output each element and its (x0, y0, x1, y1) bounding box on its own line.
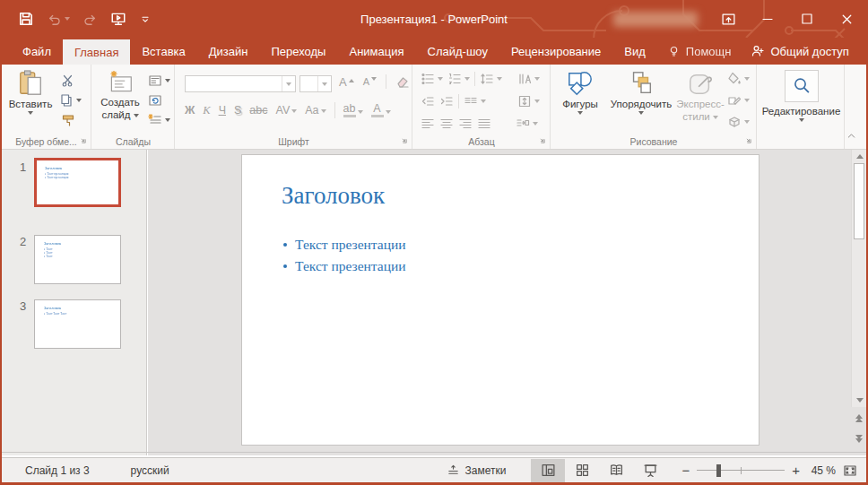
tab-design[interactable]: Дизайн (197, 38, 260, 65)
previous-slide-button[interactable] (851, 414, 866, 422)
bullets-button[interactable] (421, 72, 443, 86)
align-center-button[interactable] (439, 117, 454, 131)
font-color-button[interactable]: А (371, 103, 391, 118)
bold-button[interactable]: Ж (185, 104, 195, 117)
redo-icon[interactable] (82, 12, 98, 27)
collapse-ribbon-icon[interactable] (846, 130, 857, 142)
vertical-scrollbar[interactable] (851, 150, 866, 407)
slide-title[interactable]: Заголовок (282, 182, 385, 210)
slideshow-view-button[interactable] (633, 459, 667, 482)
zoom-slider[interactable] (697, 464, 785, 477)
slide-bullet: Текст презентации (283, 234, 406, 255)
tab-home[interactable]: Главная (63, 39, 130, 65)
language-indicator[interactable]: русский (131, 464, 169, 477)
shrink-font-button[interactable]: А (363, 76, 377, 87)
paragraph-dialog-launcher-icon[interactable] (538, 136, 547, 145)
slide-position-indicator[interactable]: Слайд 1 из 3 (25, 464, 90, 477)
save-icon[interactable] (18, 11, 34, 27)
quick-styles-button[interactable]: Экспресс- стили (675, 70, 725, 124)
thumbnail-number-2: 2 (20, 235, 26, 248)
columns-button[interactable] (464, 94, 486, 108)
align-left-button[interactable] (421, 117, 435, 131)
shape-effects-button[interactable] (727, 115, 750, 129)
grow-font-button[interactable]: А (339, 75, 354, 89)
comments-button[interactable] (859, 38, 868, 65)
shapes-button[interactable]: Фигуры (557, 70, 603, 115)
slide-thumbnail-2[interactable]: Заголовок Текст Текст Текст (34, 235, 121, 284)
tab-slideshow[interactable]: Слайд-шоу (416, 38, 499, 65)
clear-formatting-button[interactable] (395, 74, 410, 89)
strikethrough-button[interactable]: abc (249, 104, 267, 117)
editing-label-block[interactable]: Редактирование (758, 106, 845, 122)
tab-file[interactable]: Файл (11, 38, 63, 65)
font-dialog-launcher-icon[interactable] (400, 136, 409, 145)
tab-view[interactable]: Вид (612, 38, 657, 65)
slide-layout-button[interactable] (148, 74, 170, 88)
numbering-button[interactable] (447, 72, 470, 86)
convert-smartart-button[interactable] (516, 117, 538, 131)
text-shadow-button[interactable]: S (234, 104, 241, 117)
slide-body-text[interactable]: Текст презентации Текст презентации (283, 234, 406, 277)
undo-icon[interactable] (47, 12, 70, 27)
align-right-button[interactable] (458, 117, 473, 131)
zoom-in-icon[interactable]: + (792, 463, 800, 477)
scroll-up-icon[interactable] (852, 154, 867, 159)
share-button[interactable]: Общий доступ (741, 38, 858, 65)
zoom-out-icon[interactable]: − (681, 463, 690, 477)
scrollbar-thumb[interactable] (854, 163, 864, 239)
tab-transitions[interactable]: Переходы (259, 38, 337, 65)
sections-button[interactable] (148, 113, 170, 127)
editing-search-button[interactable] (785, 70, 819, 102)
close-icon[interactable] (827, 0, 866, 38)
notes-toggle[interactable]: Заметки (447, 463, 507, 477)
fit-slide-to-window-icon[interactable] (843, 463, 857, 478)
paste-button[interactable]: Вставить (7, 70, 54, 115)
justify-button[interactable] (477, 117, 491, 131)
change-case-button[interactable]: Aa (305, 104, 326, 117)
increase-indent-button[interactable] (439, 94, 454, 108)
line-spacing-button[interactable] (480, 72, 502, 86)
scroll-down-icon[interactable] (852, 398, 867, 403)
font-size-combo[interactable] (299, 75, 332, 92)
copy-button[interactable] (59, 93, 82, 108)
zoom-level[interactable]: 45 % (800, 464, 836, 477)
decrease-indent-button[interactable] (421, 94, 435, 108)
highlight-color-button[interactable]: ab (343, 103, 363, 118)
reading-view-button[interactable] (599, 459, 633, 482)
tell-me-assistant[interactable]: Помощн (657, 38, 742, 65)
slide-sorter-view-button[interactable] (565, 459, 599, 482)
clipboard-dialog-launcher-icon[interactable] (79, 136, 88, 145)
normal-view-button[interactable] (531, 459, 565, 482)
slide-canvas[interactable]: Заголовок Текст презентации Текст презен… (241, 154, 760, 446)
new-slide-icon (106, 70, 135, 95)
text-direction-button[interactable] (517, 72, 540, 86)
minimize-icon[interactable] (748, 0, 787, 38)
character-spacing-button[interactable]: AV (275, 104, 297, 117)
ribbon-display-options-icon[interactable] (708, 0, 748, 38)
format-painter-button[interactable] (61, 113, 75, 127)
group-editing: Редактирование (758, 65, 845, 149)
align-text-button[interactable] (517, 94, 540, 108)
next-slide-button[interactable] (851, 435, 866, 443)
shape-fill-button[interactable] (727, 72, 750, 86)
slide-thumbnail-1[interactable]: Заголовок Текст презентации Текст презен… (34, 158, 121, 207)
notes-splitter[interactable] (2, 452, 866, 453)
tab-animations[interactable]: Анимация (337, 38, 415, 65)
italic-button[interactable]: К (203, 104, 210, 117)
tab-review[interactable]: Рецензирование (499, 38, 612, 65)
cut-button[interactable] (61, 74, 75, 88)
arrange-button[interactable]: Упорядочить (605, 70, 677, 115)
tab-insert[interactable]: Вставка (130, 38, 196, 65)
zoom-slider-thumb[interactable] (716, 464, 721, 477)
new-slide-button[interactable]: Создать слайд (94, 70, 146, 122)
underline-button[interactable]: Ч (219, 104, 226, 117)
font-name-combo[interactable] (185, 75, 296, 92)
slide-thumbnail-3[interactable]: Заголовок Текст Текст Текст (34, 299, 121, 349)
shape-outline-button[interactable] (727, 93, 750, 108)
customize-qat-icon[interactable] (139, 13, 152, 25)
start-slideshow-icon[interactable] (110, 11, 126, 27)
drawing-dialog-launcher-icon[interactable] (744, 136, 753, 145)
maximize-icon[interactable] (787, 0, 827, 38)
reset-slide-button[interactable] (148, 93, 162, 108)
user-account-blurred[interactable] (613, 12, 698, 27)
